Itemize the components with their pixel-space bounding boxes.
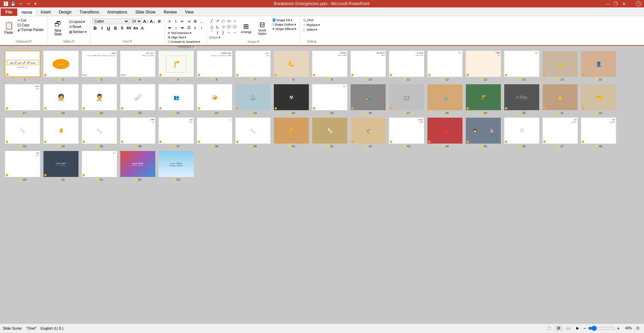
slide-item[interactable]: 👨‍⚕️⭐19 <box>82 84 117 115</box>
tab-view[interactable]: View <box>181 8 198 16</box>
slide-item[interactable]: 🧑🐕⭐45 <box>465 117 501 148</box>
maximize-button[interactable]: ❐ <box>613 1 618 6</box>
slide-item[interactable]: محتوا⭐12 <box>427 51 463 81</box>
align-right-button[interactable]: ➡ <box>180 25 186 31</box>
bullets-button[interactable]: ≡ <box>167 18 173 24</box>
shape-diamond[interactable]: ◇ <box>221 24 226 29</box>
shape-brace-right[interactable]: } <box>221 30 226 35</box>
underline-button[interactable]: U <box>106 25 112 31</box>
slide-item[interactable]: عنوانمحتوا⭐37 <box>158 117 194 148</box>
minimize-button[interactable]: — <box>605 1 610 6</box>
slide-item[interactable]: 👤⭐16 <box>581 51 616 81</box>
shape-line[interactable]: ╱ <box>209 18 215 24</box>
slide-item[interactable]: شکستگی هااطلاعات پزشکی⭐9 <box>312 51 348 81</box>
shape-right-arrow[interactable]: → <box>232 30 237 35</box>
slide-item[interactable]: 🤕⭐22 <box>197 84 232 115</box>
character-spacing-button[interactable]: AV <box>126 25 132 31</box>
shape-brace-left[interactable]: { <box>215 30 220 35</box>
slide-item[interactable]: 🤲⭐32 <box>581 84 616 115</box>
slide-item[interactable]: 🦴⭐35 <box>82 117 117 148</box>
slide-item[interactable]: 🏥⭐27 <box>389 84 424 115</box>
shape-outline-button[interactable]: □ Shape Outline ▾ <box>271 23 298 27</box>
clipboard-expand-icon[interactable]: ⧉ <box>29 39 31 43</box>
cut-button[interactable]: ✂ Cut <box>16 18 45 23</box>
slide-item[interactable]: محتوا⭐14 <box>504 51 540 81</box>
normal-view-button[interactable]: ⬚ <box>546 325 553 331</box>
shape-round-rect[interactable]: ▭ <box>226 18 232 24</box>
tab-design[interactable]: Design <box>55 8 75 16</box>
shape-circle[interactable]: ○ <box>232 18 237 24</box>
copy-button[interactable]: ⿻ Copy <box>16 23 45 27</box>
italic-button[interactable]: I <box>99 25 105 31</box>
font-expand-icon[interactable]: ⧉ <box>130 39 132 43</box>
more-button[interactable]: … <box>199 18 205 24</box>
tab-slideshow[interactable]: Slide Show <box>131 8 160 16</box>
slide-item[interactable]: عنوانمحتوا متنی⭐48 <box>581 117 616 148</box>
shadow-button[interactable]: S <box>119 25 125 31</box>
fit-window-button[interactable]: ⊡ <box>634 325 641 331</box>
slide-item[interactable]: بریدگی هااطلاعات⭐43 <box>389 117 424 148</box>
shape-right-triangle[interactable]: ◺ <box>215 24 220 29</box>
paragraph-expand-icon[interactable]: ⧉ <box>192 44 194 48</box>
slide-item[interactable]: 🦴⭐33 <box>5 117 40 148</box>
slideshow-button[interactable]: ▶ <box>574 325 581 331</box>
shape-curve[interactable]: ⌒ <box>209 30 215 35</box>
font-name-select[interactable]: Calibri <box>92 18 129 24</box>
shape-triangle[interactable]: △ <box>209 24 215 29</box>
qat-customize-button[interactable]: ▼ <box>32 1 38 7</box>
tab-insert[interactable]: Insert <box>37 8 55 16</box>
slide-item[interactable]: اطلاعاتمتن⭐13 <box>465 51 501 81</box>
select-button[interactable]: ⬚ Select ▾ <box>302 28 321 32</box>
slide-item[interactable]: X-Ray⭐30 <box>504 84 540 115</box>
slide-item[interactable]: شوکمحتوا⭐49 <box>5 151 40 181</box>
slide-item[interactable]: عنوان⭐2 <box>43 51 79 81</box>
shape-arrow[interactable]: ↗ <box>215 18 220 24</box>
arrange-button[interactable]: ⊞ Arrange <box>239 18 254 38</box>
close-button[interactable]: ✕ <box>621 1 626 6</box>
format-painter-button[interactable]: 🖌 Format Painter <box>16 28 45 32</box>
layout-button[interactable]: ⊡ Layout ▾ <box>68 20 88 24</box>
file-tab[interactable]: File <box>1 8 17 16</box>
qat-undo-button[interactable]: ↩ <box>18 1 24 7</box>
slide-item[interactable]: 🦾⭐23 <box>235 84 271 115</box>
slide-item[interactable]: متن⭐38 <box>197 117 232 148</box>
slide-sorter-button[interactable]: ⊞ <box>555 325 562 331</box>
decrease-font-button[interactable]: A↓ <box>150 18 156 24</box>
slide-item[interactable]: ✋⭐31 <box>542 84 578 115</box>
slide-item[interactable]: 💪⭐15 <box>542 51 578 81</box>
convert-smartart-button[interactable]: ⬡ Convert to SmartArt ▾ <box>167 40 201 44</box>
zoom-minus-button[interactable]: − <box>583 326 586 331</box>
slide-item[interactable]: 🦷⭐46 <box>504 117 540 148</box>
find-button[interactable]: 🔍 Find <box>302 18 321 22</box>
clear-formatting-button[interactable]: ⊘ <box>156 18 162 24</box>
shapes-more-button[interactable]: ▾ <box>219 36 220 39</box>
slide-item[interactable]: محتوا⭐25 <box>312 84 348 115</box>
columns-button[interactable]: ⫿ <box>192 25 198 31</box>
slide-item[interactable]: اورژانس هامتن این اسلاید⭐11 <box>389 51 424 81</box>
shape-fill-button[interactable]: 🪣 Shape Fill ▾ <box>271 18 298 22</box>
slide-item[interactable]: حوادث کارگریاطلاعات مربوط به حوادث و اور… <box>197 51 232 81</box>
tab-review[interactable]: Review <box>160 8 181 16</box>
slide-item[interactable]: عنوانمتن محتوا برای این اسلاید که شامل ا… <box>82 51 117 81</box>
paste-button[interactable]: 📋 Paste <box>2 18 15 38</box>
quick-styles-button[interactable]: ⊟ Quick Styles <box>255 18 270 38</box>
shape-rect[interactable]: □ <box>221 18 226 24</box>
reading-view-button[interactable]: 📖 <box>565 325 572 331</box>
justify-button[interactable]: ☰ <box>186 25 192 31</box>
slide-item[interactable]: محتوا⭐51 <box>82 151 117 181</box>
tab-home[interactable]: Home <box>17 8 37 16</box>
tab-transitions[interactable]: Transitions <box>75 8 103 16</box>
slide-item[interactable]: موفقان عزیزمخدمتگار صمیمانه⭐53 <box>158 151 194 181</box>
change-case-button[interactable]: Aa <box>133 25 139 31</box>
slide-item[interactable]: 🛌⭐26 <box>350 84 386 115</box>
zoom-slider[interactable] <box>588 326 615 331</box>
shape-pentagon[interactable]: ⬠ <box>226 24 232 29</box>
font-color-button[interactable]: A <box>139 25 146 31</box>
increase-font-button[interactable]: A↑ <box>143 18 149 24</box>
align-text-button[interactable]: ⊟ Align Text ▾ <box>167 35 188 39</box>
slide-item[interactable]: 🦴⭐39 <box>235 117 271 148</box>
slide-item[interactable]: اطلاعاتمتن⭐36 <box>120 117 156 148</box>
slide-item[interactable]: 👶⭐34 <box>43 117 79 148</box>
strikethrough-button[interactable]: S <box>112 25 119 31</box>
new-slide-button[interactable]: 🗗 NewSlide <box>50 18 66 38</box>
